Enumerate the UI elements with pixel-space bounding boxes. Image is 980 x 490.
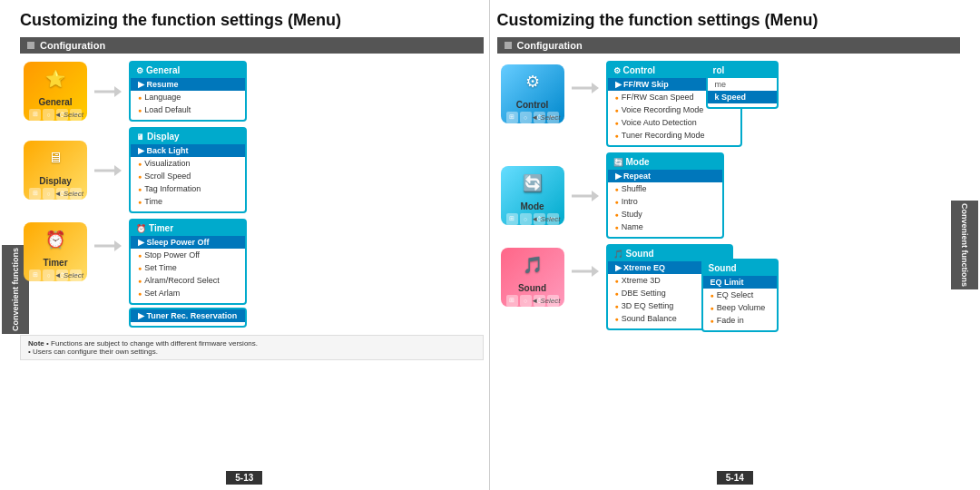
sound-row: 🎵 Sound ⊞ ○ ⏱ ↩ ◄ Select 🎵 So: [501, 244, 961, 330]
sound-select-label: ◄ Select: [531, 297, 560, 305]
control-row: ⚙ Control ⊞ ○ ⏱ ↩ ◄ Select ⚙ Co: [501, 61, 961, 147]
ctrl-icon-1: ⊞: [506, 112, 518, 123]
mode-item-intro[interactable]: Intro: [608, 195, 722, 208]
eq-item-select[interactable]: EQ Select: [703, 289, 777, 301]
right-page: Convenient functions Customizing the fun…: [490, 0, 981, 490]
mode-panel-icon: 🔄: [613, 158, 623, 167]
mode-icon: 🔄: [516, 167, 549, 200]
control-overlap-speed[interactable]: k Speed: [708, 91, 777, 103]
note-area: Note • Functions are subject to change w…: [20, 335, 484, 360]
timer-label: Timer: [43, 258, 67, 268]
mode-select-label: ◄ Select: [531, 215, 560, 223]
control-arrow: [572, 79, 599, 97]
control-overlap-me: me: [708, 78, 777, 91]
general-item-language[interactable]: Language: [131, 91, 245, 103]
mode-item-study[interactable]: Study: [608, 208, 722, 220]
right-section-header: Configuration: [497, 37, 961, 54]
eq-item-beep[interactable]: Beep Volume: [703, 301, 777, 314]
sound-device-box: 🎵 Sound ⊞ ○ ⏱ ↩ ◄ Select: [501, 248, 564, 307]
disp-icon-2: ○: [43, 188, 54, 200]
display-panel-icon: 🖥: [136, 132, 144, 142]
control-label: Control: [516, 100, 549, 110]
tuner-extra-panel: ▶ Tuner Rec. Reservation: [129, 308, 247, 328]
timer-icon-2: ○: [43, 270, 54, 281]
general-panel-header: ⚙ General: [131, 63, 245, 78]
display-row: 🖥 Display ⊞ ○ ⏱ ↩ ◄ Select 🖥 Display: [24, 127, 484, 213]
display-item-scroll[interactable]: Scroll Speed: [131, 170, 245, 182]
control-overlap-panel: rol me k Speed: [706, 61, 779, 109]
general-select-label: ◄ Select: [54, 111, 83, 119]
display-panel-header: 🖥 Display: [131, 129, 245, 144]
disp-icon-1: ⊞: [29, 188, 41, 200]
mode-item-name[interactable]: Name: [608, 220, 722, 233]
mode-device-box: 🔄 Mode ⊞ ○ ⏱ ↩ ◄ Select: [501, 166, 564, 225]
general-item-load-default[interactable]: Load Default: [131, 103, 245, 116]
timer-item-stop[interactable]: Stop Power Off: [131, 249, 245, 261]
display-select-label: ◄ Select: [54, 190, 83, 198]
general-panel: ⚙ General ▶ Resume Language Load Default: [129, 61, 247, 122]
sound-panels-container: 🎵 Sound ▶ Xtreme EQ Xtreme 3D DBE Settin…: [606, 244, 733, 330]
control-overlap-title: rol: [713, 65, 725, 75]
timer-arrow: [94, 237, 122, 255]
left-content-area: ⭐ General ⊞ ○ ⏱ ↩ ◄ Select ⚙ General: [20, 61, 484, 328]
display-label: Display: [39, 176, 72, 186]
mode-arrow: [572, 187, 599, 205]
timer-item-setarlam[interactable]: Set Arlam: [131, 287, 245, 299]
note-line-1: • Functions are subject to change with d…: [46, 339, 258, 348]
sound-eq-title: Sound: [709, 263, 737, 273]
pages-container: Convenient functions Customizing the fun…: [0, 0, 980, 490]
control-item-tuner[interactable]: Tuner Recording Mode: [608, 129, 740, 142]
general-item-resume[interactable]: ▶ Resume: [131, 78, 245, 91]
sound-icon-1: ⊞: [506, 295, 518, 307]
general-arrow: [94, 83, 122, 101]
control-panel-title: Control: [623, 65, 656, 75]
display-icon: 🖥: [39, 142, 72, 174]
right-page-number: 5-14: [717, 471, 753, 485]
control-panels-container: ⚙ Control ▶ FF/RW Skip FF/RW Scan Speed …: [606, 61, 742, 147]
sound-panel-title: Sound: [626, 249, 654, 259]
eq-item-limit[interactable]: EQ Limit: [703, 276, 777, 289]
left-section-label: Configuration: [40, 40, 105, 51]
timer-select-label: ◄ Select: [54, 271, 83, 279]
display-panel-title: Display: [147, 132, 180, 142]
general-device-box: ⭐ General ⊞ ○ ⏱ ↩ ◄ Select: [24, 62, 87, 121]
gen-icon-2: ○: [43, 109, 54, 121]
left-page: Convenient functions Customizing the fun…: [0, 0, 490, 490]
right-page-title: Customizing the function settings (Menu): [497, 11, 961, 30]
general-panel-icon: ⚙: [136, 66, 143, 75]
timer-icon: ⏰: [39, 223, 72, 256]
mode-panel: 🔄 Mode ▶ Repeat Shuffle Intro Study Name: [606, 152, 724, 239]
mode-item-shuffle[interactable]: Shuffle: [608, 182, 722, 195]
left-page-number: 5-13: [226, 471, 262, 485]
display-item-time[interactable]: Time: [131, 195, 245, 208]
timer-item-alram[interactable]: Alram/Record Select: [131, 274, 245, 287]
general-label: General: [38, 97, 72, 107]
sound-icon-2: ○: [520, 295, 532, 307]
eq-item-fadein[interactable]: Fade in: [703, 314, 777, 327]
general-icon: ⭐: [39, 63, 72, 95]
general-panel-title: General: [146, 65, 180, 75]
mode-icon-2: ○: [520, 213, 532, 225]
control-panel-icon: ⚙: [613, 66, 621, 75]
timer-item-settime[interactable]: Set Time: [131, 261, 245, 274]
mode-row: 🔄 Mode ⊞ ○ ⏱ ↩ ◄ Select 🔄 Mode: [501, 152, 961, 239]
display-item-backlight[interactable]: ▶ Back Light: [131, 144, 245, 157]
left-section-header: Configuration: [20, 37, 484, 54]
timer-icon-1: ⊞: [29, 270, 41, 281]
timer-panel-title: Timer: [149, 223, 173, 233]
display-panel: 🖥 Display ▶ Back Light Visualization Scr…: [129, 127, 247, 213]
sound-panel-icon: 🎵: [613, 250, 623, 259]
sound-arrow: [572, 262, 599, 280]
timer-panel-icon: ⏰: [136, 224, 146, 233]
timer-panel-header: ⏰ Timer: [131, 220, 245, 236]
note-label: Note: [28, 339, 44, 348]
display-item-visualization[interactable]: Visualization: [131, 157, 245, 170]
tuner-rec-item[interactable]: ▶ Tuner Rec. Reservation: [131, 309, 245, 322]
control-item-voice-auto[interactable]: Voice Auto Detection: [608, 116, 740, 129]
mode-item-repeat[interactable]: ▶ Repeat: [608, 170, 722, 182]
display-device-box: 🖥 Display ⊞ ○ ⏱ ↩ ◄ Select: [24, 141, 87, 200]
display-item-tag[interactable]: Tag Information: [131, 182, 245, 195]
timer-item-sleep[interactable]: ▶ Sleep Power Off: [131, 236, 245, 249]
timer-row: ⏰ Timer ⊞ ○ ⏱ ↩ ◄ Select ⏰ Time: [24, 219, 484, 328]
sound-icon: 🎵: [516, 249, 549, 281]
